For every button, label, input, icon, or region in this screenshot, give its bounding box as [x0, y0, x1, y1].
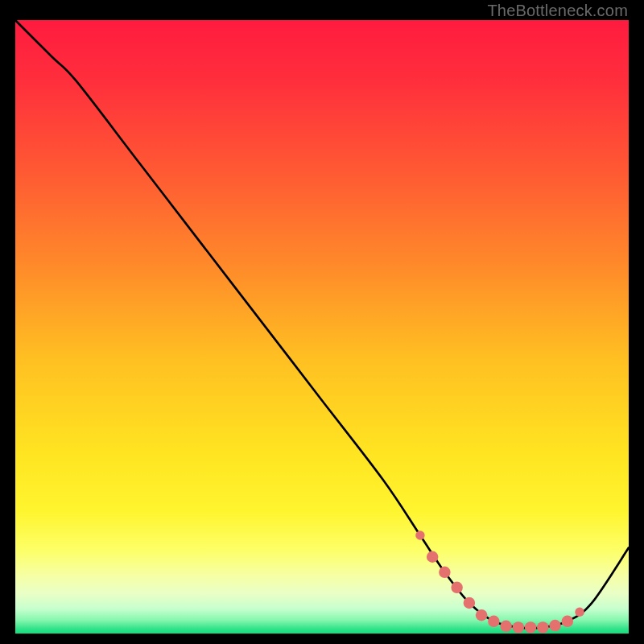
curve-layer: [15, 20, 629, 634]
optimal-dot: [451, 582, 462, 593]
optimal-dot: [549, 620, 560, 631]
optimal-dot: [500, 621, 511, 632]
optimal-dot: [476, 609, 487, 621]
optimal-range-dots: [415, 530, 584, 633]
optimal-dot: [415, 530, 424, 539]
optimal-dot: [525, 621, 536, 633]
optimal-dot: [513, 621, 524, 633]
watermark-text: TheBottleneck.com: [487, 2, 628, 20]
optimal-dot: [464, 597, 475, 609]
plot-area: [15, 20, 629, 634]
chart-stage: TheBottleneck.com: [0, 0, 644, 644]
optimal-dot: [427, 551, 438, 563]
bottleneck-curve: [15, 20, 629, 628]
optimal-dot: [562, 616, 573, 627]
optimal-dot: [488, 616, 499, 627]
optimal-dot: [439, 567, 450, 578]
optimal-dot: [575, 608, 584, 617]
optimal-dot: [537, 621, 548, 633]
